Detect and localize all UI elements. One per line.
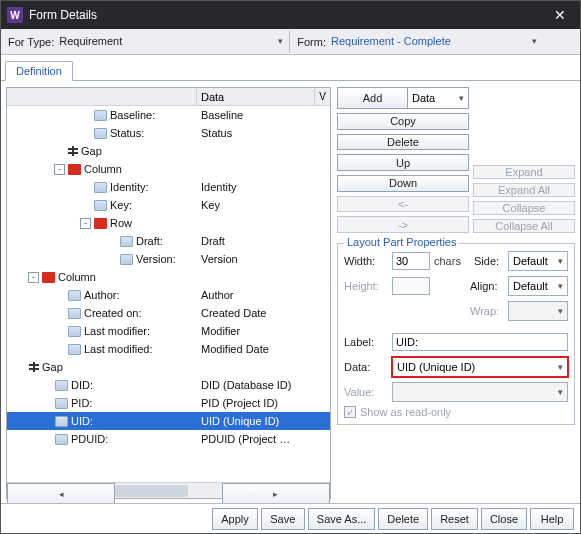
up-button[interactable]: Up: [337, 154, 469, 171]
tab-definition[interactable]: Definition: [5, 61, 73, 81]
move-right-button[interactable]: ->: [337, 216, 469, 233]
help-button[interactable]: Help: [530, 508, 574, 530]
tree-toggle-icon: [106, 254, 117, 265]
tree-row[interactable]: UID:UID (Unique ID): [7, 412, 330, 430]
tree-item-data: DID (Database ID): [197, 379, 330, 391]
value-select: ▾: [392, 382, 568, 402]
tree-row[interactable]: Version:Version: [7, 250, 330, 268]
wrap-label: Wrap:: [470, 305, 504, 317]
align-label: Align:: [470, 280, 504, 292]
tree-row[interactable]: DID:DID (Database ID): [7, 376, 330, 394]
tree-toggle-icon: [106, 236, 117, 247]
tree-item-label: Version:: [136, 253, 176, 265]
expand-button[interactable]: Expand: [473, 165, 575, 179]
tree-toggle-icon: [80, 200, 91, 211]
for-type-label: For Type:: [5, 36, 57, 48]
tree-item-label: Last modified:: [84, 343, 152, 355]
tree-row[interactable]: Last modified:Modified Date: [7, 340, 330, 358]
tree-row[interactable]: Draft:Draft: [7, 232, 330, 250]
side-label: Side:: [474, 255, 504, 267]
label-input[interactable]: [392, 333, 568, 351]
expand-all-button[interactable]: Expand All: [473, 183, 575, 197]
reset-button[interactable]: Reset: [431, 508, 478, 530]
close-icon[interactable]: ✕: [546, 7, 574, 23]
field-icon: [68, 344, 81, 355]
field-icon: [68, 308, 81, 319]
field-icon: [55, 434, 68, 445]
move-left-button[interactable]: <-: [337, 196, 469, 213]
tree-row[interactable]: PDUID:PDUID (Project …: [7, 430, 330, 448]
column-header-v[interactable]: V: [319, 91, 326, 102]
tree-row[interactable]: Identity:Identity: [7, 178, 330, 196]
tree-row[interactable]: Status:Status: [7, 124, 330, 142]
scroll-left-icon[interactable]: ◂: [7, 483, 115, 503]
tree-item-label: Draft:: [136, 235, 163, 247]
field-icon: [94, 110, 107, 121]
footer-delete-button[interactable]: Delete: [378, 508, 428, 530]
tree-row[interactable]: -Column: [7, 268, 330, 286]
tree-item-label: Column: [84, 163, 122, 175]
scroll-right-icon[interactable]: ▸: [222, 483, 330, 503]
checkbox-icon: ✓: [344, 406, 356, 418]
tree-item-label: Row: [110, 217, 132, 229]
for-type-select[interactable]: Requirement ▾: [57, 33, 285, 51]
align-select[interactable]: Default▾: [508, 276, 568, 296]
tree-row[interactable]: Gap: [7, 142, 330, 160]
close-button[interactable]: Close: [481, 508, 527, 530]
tree-toggle-icon: [54, 146, 65, 157]
tree-item-data: Draft: [197, 235, 330, 247]
field-icon: [55, 398, 68, 409]
for-type-value: Requirement: [59, 35, 122, 47]
width-label: Width:: [344, 255, 388, 267]
tree-toggle-icon[interactable]: -: [80, 218, 91, 229]
value-label: Value:: [344, 386, 388, 398]
tree-item-data: Status: [197, 127, 330, 139]
tree-row[interactable]: Baseline:Baseline: [7, 106, 330, 124]
window-title: Form Details: [29, 8, 97, 22]
tree-row[interactable]: PID:PID (Project ID): [7, 394, 330, 412]
horizontal-scrollbar[interactable]: ◂ ▸: [7, 482, 330, 498]
width-unit: chars: [434, 255, 461, 267]
tree-toggle-icon[interactable]: -: [28, 272, 39, 283]
field-icon: [68, 326, 81, 337]
tree-item-label: PDUID:: [71, 433, 108, 445]
add-button[interactable]: Add: [337, 87, 407, 109]
tree-item-data: Identity: [197, 181, 330, 193]
tree-row[interactable]: Last modifier:Modifier: [7, 322, 330, 340]
tree-row[interactable]: -Column: [7, 160, 330, 178]
tree-row[interactable]: Author:Author: [7, 286, 330, 304]
chevron-down-icon: ▾: [278, 36, 283, 46]
tree-item-data: PDUID (Project …: [197, 433, 330, 445]
tree-toggle-icon: [41, 380, 52, 391]
copy-button[interactable]: Copy: [337, 113, 469, 130]
delete-button[interactable]: Delete: [337, 134, 469, 151]
tree-item-data: PID (Project ID): [197, 397, 330, 409]
form-select[interactable]: Requirement - Complete ▾: [329, 33, 539, 51]
group-label: Layout Part Properties: [344, 236, 459, 248]
apply-button[interactable]: Apply: [212, 508, 258, 530]
tree-toggle-icon: [54, 344, 65, 355]
tree-row[interactable]: Key:Key: [7, 196, 330, 214]
data-select[interactable]: UID (Unique ID)▾: [392, 357, 568, 377]
field-icon: [68, 290, 81, 301]
add-type-select[interactable]: Data▾: [407, 87, 469, 109]
readonly-checkbox: ✓ Show as read-only: [344, 406, 568, 418]
side-select[interactable]: Default▾: [508, 251, 568, 271]
collapse-button[interactable]: Collapse: [473, 201, 575, 215]
tree-row[interactable]: Created on:Created Date: [7, 304, 330, 322]
width-input[interactable]: [392, 252, 430, 270]
container-icon: [68, 164, 81, 175]
down-button[interactable]: Down: [337, 175, 469, 192]
tree-item-label: PID:: [71, 397, 92, 409]
column-header-data[interactable]: Data: [201, 91, 224, 103]
tree-toggle-icon[interactable]: -: [54, 164, 65, 175]
save-button[interactable]: Save: [261, 508, 305, 530]
tree-item-label: Author:: [84, 289, 119, 301]
wrap-select: ▾: [508, 301, 568, 321]
save-as-button[interactable]: Save As...: [308, 508, 376, 530]
tree-toggle-icon: [15, 362, 26, 373]
tree-row[interactable]: Gap: [7, 358, 330, 376]
height-input: [392, 277, 430, 295]
collapse-all-button[interactable]: Collapse All: [473, 219, 575, 233]
tree-row[interactable]: -Row: [7, 214, 330, 232]
